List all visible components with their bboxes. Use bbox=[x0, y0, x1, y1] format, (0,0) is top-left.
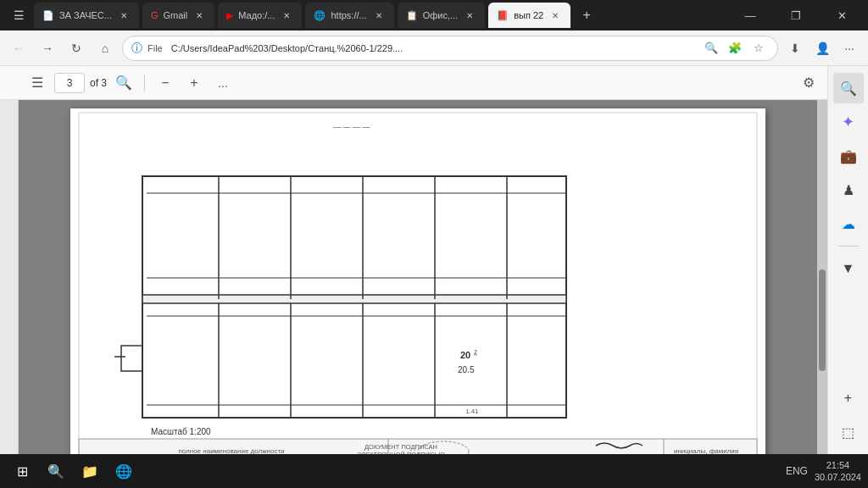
svg-text:2: 2 bbox=[474, 349, 477, 355]
tab-3[interactable]: ▶ Мадо:/... ✕ bbox=[218, 3, 302, 28]
language-indicator: ENG bbox=[786, 465, 808, 477]
viewer-area: ☰ of 3 🔍 − + ... ⚙ — — — — bbox=[0, 66, 827, 488]
new-tab-button[interactable]: + bbox=[574, 3, 599, 28]
maximize-button[interactable]: ❐ bbox=[776, 3, 815, 28]
scrollbar-thumb[interactable] bbox=[819, 269, 826, 371]
tab-2[interactable]: G Gmail ✕ bbox=[142, 3, 214, 28]
close-button[interactable]: ✕ bbox=[822, 3, 861, 28]
tab-6-icon: 📕 bbox=[497, 10, 509, 21]
tools-sidebar-btn[interactable]: 💼 bbox=[833, 141, 864, 171]
svg-rect-0 bbox=[79, 113, 757, 456]
pdf-search-sidebar-btn[interactable]: 🔍 bbox=[833, 73, 864, 103]
tab-5-icon: 📋 bbox=[406, 10, 418, 21]
import-sidebar-btn[interactable]: ⬚ bbox=[833, 417, 864, 447]
taskbar-files[interactable]: 📁 bbox=[75, 456, 105, 486]
tab-1-close[interactable]: ✕ bbox=[117, 8, 131, 22]
taskbar-search[interactable]: 🔍 bbox=[41, 456, 71, 486]
svg-text:— — — —: — — — — bbox=[333, 123, 370, 131]
taskbar-right: ENG 21:54 30.07.2024 bbox=[786, 459, 861, 484]
titlebar: ☰ 📄 ЗА ЗАЧЕС... ✕ G Gmail ✕ ▶ Мадо:/... … bbox=[0, 0, 868, 30]
tab-3-icon: ▶ bbox=[226, 10, 233, 21]
tab-4-icon: 🌐 bbox=[314, 10, 326, 21]
tab-5-label: Офис,... bbox=[423, 10, 458, 20]
svg-text:Масштаб 1:200: Масштаб 1:200 bbox=[151, 427, 211, 436]
svg-text:1.41: 1.41 bbox=[465, 408, 479, 415]
pdf-settings-button[interactable]: ⚙ bbox=[797, 71, 821, 95]
forward-button[interactable]: → bbox=[36, 36, 59, 60]
tab-1-label: ЗА ЗАЧЕС... bbox=[59, 10, 112, 20]
blueprint-svg: — — — — bbox=[70, 108, 765, 464]
download-icon[interactable]: ⬇ bbox=[783, 36, 807, 60]
tab-2-close[interactable]: ✕ bbox=[192, 8, 206, 22]
home-button[interactable]: ⌂ bbox=[93, 36, 117, 60]
file-label: File bbox=[147, 43, 163, 53]
page-total-label: of 3 bbox=[90, 77, 107, 89]
tab-3-label: Мадо:/... bbox=[238, 10, 275, 20]
pdf-more-button[interactable]: ... bbox=[211, 71, 235, 95]
add-sidebar-btn[interactable]: + bbox=[833, 383, 864, 413]
reload-button[interactable]: ↻ bbox=[64, 36, 88, 60]
extensions-icon[interactable]: 🧩 bbox=[725, 38, 745, 58]
profile-icon[interactable]: 👤 bbox=[810, 36, 834, 60]
taskbar-clock: 21:54 30.07.2024 bbox=[815, 459, 861, 484]
copilot-sidebar-btn[interactable]: ☁ bbox=[833, 208, 864, 239]
toolbar-right: ⬇ 👤 ··· bbox=[783, 36, 861, 60]
pdf-search-button[interactable]: 🔍 bbox=[112, 71, 136, 95]
svg-text:ДОКУМЕНТ ПОДПИСАН: ДОКУМЕНТ ПОДПИСАН bbox=[364, 443, 437, 451]
tab-2-icon: G bbox=[151, 10, 159, 20]
address-icons: 🔍 🧩 ☆ bbox=[701, 38, 769, 58]
tab-6-label: вып 22 bbox=[514, 10, 543, 20]
pdf-content[interactable]: — — — — bbox=[0, 100, 827, 488]
pdf-toolbar: ☰ of 3 🔍 − + ... ⚙ bbox=[0, 66, 827, 100]
ai-sidebar-btn[interactable]: ✦ bbox=[833, 107, 864, 137]
page-number-input[interactable] bbox=[54, 73, 85, 93]
svg-text:20.5: 20.5 bbox=[458, 365, 475, 374]
pdf-page: — — — — bbox=[70, 108, 765, 467]
svg-rect-4 bbox=[142, 295, 566, 303]
tab-5[interactable]: 📋 Офис,... ✕ bbox=[398, 3, 485, 28]
zoom-in-button[interactable]: + bbox=[182, 71, 206, 95]
clock-time: 21:54 bbox=[815, 459, 861, 471]
scroll-down-btn[interactable]: ▼ bbox=[833, 253, 864, 284]
tab-3-close[interactable]: ✕ bbox=[280, 8, 293, 22]
pdf-menu-button[interactable]: ☰ bbox=[25, 71, 49, 95]
address-bar[interactable]: ⓘ File C:/Users/IdeaPad%203/Desktop/Стан… bbox=[122, 36, 778, 61]
tab-1[interactable]: 📄 ЗА ЗАЧЕС... ✕ bbox=[34, 3, 139, 28]
tab-1-icon: 📄 bbox=[42, 10, 54, 21]
minimize-button[interactable]: — bbox=[731, 3, 770, 28]
tab-4[interactable]: 🌐 https://... ✕ bbox=[305, 3, 393, 28]
tab-5-close[interactable]: ✕ bbox=[463, 8, 476, 22]
address-text: C:/Users/IdeaPad%203/Desktop/Станц.%2060… bbox=[171, 43, 696, 53]
tab-2-label: Gmail bbox=[164, 10, 188, 20]
tab-4-close[interactable]: ✕ bbox=[372, 8, 386, 22]
tab-6[interactable]: 📕 вып 22 ✕ bbox=[488, 3, 570, 28]
right-panel: 🔍 ✦ 💼 ♟ ☁ ▼ + ⬚ ⚙ bbox=[827, 66, 868, 488]
start-button[interactable]: ⊞ bbox=[7, 456, 37, 486]
svg-text:20: 20 bbox=[460, 350, 470, 360]
tab-6-close[interactable]: ✕ bbox=[548, 8, 562, 22]
taskbar-browser[interactable]: 🌐 bbox=[108, 456, 139, 486]
favorites-icon[interactable]: ☆ bbox=[748, 38, 769, 58]
search-address-icon[interactable]: 🔍 bbox=[701, 38, 721, 58]
clock-date: 30.07.2024 bbox=[815, 471, 861, 483]
sidebar-separator bbox=[838, 246, 859, 247]
game-sidebar-btn[interactable]: ♟ bbox=[833, 175, 864, 205]
info-icon: ⓘ bbox=[131, 41, 142, 56]
tab-4-label: https://... bbox=[331, 10, 366, 20]
taskbar: ⊞ 🔍 📁 🌐 ENG 21:54 30.07.2024 bbox=[0, 454, 868, 488]
window-controls: — ❐ ✕ bbox=[731, 3, 861, 28]
back-button[interactable]: ← bbox=[7, 36, 31, 60]
system-tray: ENG bbox=[786, 465, 808, 477]
more-options-icon[interactable]: ··· bbox=[837, 36, 861, 60]
sidebar-toggle-btn[interactable]: ☰ bbox=[7, 3, 31, 27]
scrollbar-track[interactable] bbox=[817, 100, 827, 488]
zoom-out-button[interactable]: − bbox=[153, 71, 177, 95]
toolbar-separator bbox=[144, 75, 145, 92]
addressbar: ← → ↻ ⌂ ⓘ File C:/Users/IdeaPad%203/Desk… bbox=[0, 30, 868, 66]
